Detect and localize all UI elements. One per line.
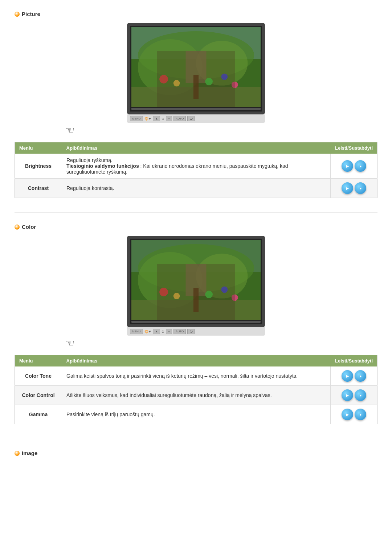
gamma-prev-btn[interactable] [342,409,353,420]
table-row: Gamma Pasirinkite vieną iš trijų paruošt… [15,405,377,424]
gamma-btn-group [335,409,373,420]
color-col-desc: Apibūdinimas [62,355,331,367]
svg-point-24 [159,288,168,296]
colortone-desc: Galima keisti spalvos toną ir pasirinkti… [62,366,331,386]
picture-monitor-bottom [131,108,261,110]
svg-point-4 [196,41,248,85]
picture-col-menu: Meniu [15,142,62,154]
contrast-desc: Reguliuoja kontrastą. [62,179,331,198]
picture-section: Picture [15,11,377,198]
contrast-prev-btn[interactable] [342,182,353,194]
colortone-next-btn[interactable] [355,370,366,382]
picture-monitor-controls: MENU 🔆▼ ▲ ⊙ − AUTO ⏻ [127,114,265,123]
brightness-prev-btn[interactable] [342,160,353,172]
svg-point-9 [159,75,168,84]
image-title: Image [15,450,377,456]
color-monitor-bottom [131,321,261,323]
up-btn[interactable]: ▲ [153,116,160,121]
gamma-controls [331,405,377,424]
color-ctrl-icon1: 🔆▼ [144,330,152,333]
svg-point-26 [205,291,213,298]
table-row: Color Control Atlikite šiuos veiksmus, k… [15,386,377,405]
image-label: Image [22,450,37,456]
divider-2 [15,439,377,439]
ctrl-icon1: 🔆▼ [144,117,152,121]
colorcontrol-desc: Atlikite šiuos veiksmus, kad individuali… [62,386,331,405]
svg-point-12 [221,74,228,80]
brightness-label: Brightness [15,154,62,179]
color-monitor-controls: MENU 🔆▼ ▲ ⊙ − AUTO ⏻ [127,327,265,336]
svg-point-13 [232,82,238,88]
contrast-controls [331,179,377,198]
color-power-btn[interactable]: ⏻ [187,329,195,334]
svg-point-3 [138,39,203,95]
minus-btn[interactable]: − [166,116,172,121]
colorcontrol-prev-btn[interactable] [342,389,353,401]
contrast-btn-group [335,182,373,194]
color-section: Color [15,224,377,424]
color-screen [131,240,261,320]
color-auto-btn[interactable]: AUTO [173,329,186,334]
color-menu-btn[interactable]: MENU [130,329,143,334]
auto-btn[interactable]: AUTO [173,116,186,121]
gamma-desc: Pasirinkite vieną iš trijų paruoštų gamų… [62,405,331,424]
brightness-btn-group [335,160,373,172]
color-table: Meniu Apibūdinimas Leisti/Sustabdyti Col… [15,355,377,424]
power-btn[interactable]: ⏻ [187,116,195,121]
colorcontrol-controls [331,386,377,405]
svg-point-18 [138,252,203,308]
svg-rect-8 [131,87,261,107]
color-up-btn[interactable]: ▲ [153,329,160,334]
colorcontrol-label: Color Control [15,386,62,405]
colortone-btn-group [335,370,373,382]
color-title: Color [15,224,377,230]
color-monitor-container: MENU 🔆▼ ▲ ⊙ − AUTO ⏻ ☜ [15,236,377,349]
picture-screen [131,27,261,107]
svg-rect-29 [193,288,199,312]
colortone-controls [331,366,377,386]
svg-rect-23 [131,300,261,320]
brightness-desc: Reguliuoja ryškumą. Tiesioginio valdymo … [62,154,331,179]
picture-col-play: Leisti/Sustabdyti [331,142,377,154]
picture-col-desc: Apibūdinimas [62,142,331,154]
gamma-next-btn[interactable] [355,409,366,420]
color-label: Color [22,224,36,230]
color-col-menu: Meniu [15,355,62,367]
table-row: Color Tone Galima keisti spalvos toną ir… [15,366,377,386]
colorcontrol-btn-group [335,389,373,401]
picture-monitor [127,23,265,114]
picture-label: Picture [22,11,40,17]
color-minus-btn[interactable]: − [166,329,172,334]
image-icon [15,451,20,456]
divider-1 [15,212,377,213]
color-ctrl-icon2: ⊙ [162,330,164,333]
brightness-controls [331,154,377,179]
color-icon [15,224,20,230]
svg-point-19 [196,254,248,298]
table-row: Brightness Reguliuoja ryškumą. Tiesiogin… [15,154,377,179]
picture-title: Picture [15,11,377,17]
svg-rect-5 [186,51,207,83]
table-row: Contrast Reguliuoja kontrastą. [15,179,377,198]
svg-rect-20 [186,264,207,296]
contrast-next-btn[interactable] [355,182,366,194]
picture-monitor-container: MENU 🔆▼ ▲ ⊙ − AUTO ⏻ ☜ [15,23,377,136]
colortone-prev-btn[interactable] [342,370,353,382]
picture-icon [15,12,20,17]
hand-pointer-icon: ☜ [65,124,74,136]
svg-point-28 [232,295,238,301]
colorcontrol-next-btn[interactable] [355,389,366,401]
picture-table: Meniu Apibūdinimas Leisti/Sustabdyti Bri… [15,142,377,198]
brightness-next-btn[interactable] [355,160,366,172]
svg-point-10 [173,80,180,86]
contrast-label: Contrast [15,179,62,198]
colortone-label: Color Tone [15,366,62,386]
image-section: Image [15,450,377,456]
svg-point-27 [221,287,228,293]
gamma-label: Gamma [15,405,62,424]
menu-btn[interactable]: MENU [130,116,143,121]
svg-point-11 [205,78,213,85]
color-col-play: Leisti/Sustabdyti [331,355,377,367]
ctrl-icon2: ⊙ [162,117,164,121]
svg-point-25 [173,293,180,299]
